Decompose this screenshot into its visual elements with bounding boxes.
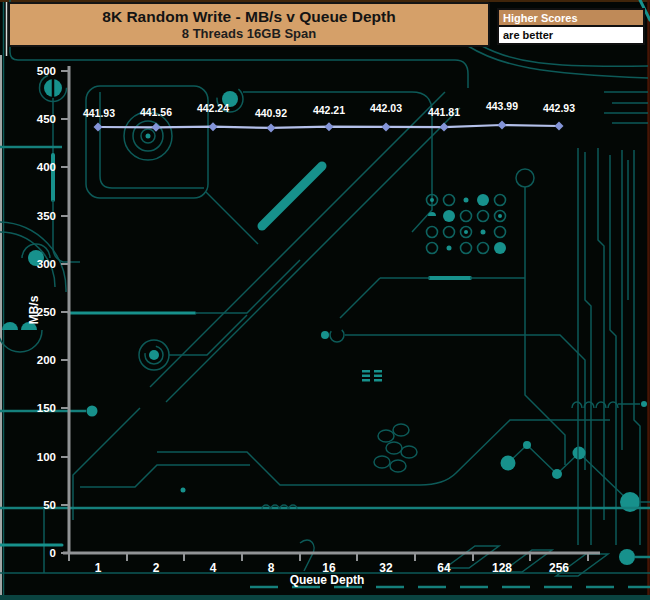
data-label: 441.81 — [428, 106, 460, 118]
data-point-marker — [267, 123, 276, 132]
data-label: 440.92 — [255, 107, 287, 119]
y-tick-label: 150 — [37, 402, 56, 414]
y-tick-label: 200 — [37, 354, 56, 366]
data-label: 442.24 — [197, 102, 229, 114]
data-point-marker — [382, 122, 391, 131]
data-point-marker — [440, 123, 449, 132]
data-label: 441.56 — [140, 106, 172, 118]
legend-higher-scores: Higher Scores — [497, 8, 645, 27]
data-label: 441.93 — [83, 107, 115, 119]
data-point-marker — [209, 122, 218, 131]
data-label: 442.03 — [370, 102, 402, 114]
legend-line1: Higher Scores — [503, 12, 578, 24]
line-chart: 500 450 400 350 300 250 200 150 100 50 0… — [0, 0, 650, 600]
x-tick-label: 8 — [268, 561, 275, 575]
y-tick-label: 450 — [37, 113, 56, 125]
x-axis-title: Queue Depth — [290, 573, 365, 587]
x-tick-label: 2 — [153, 561, 160, 575]
y-tick-label: 500 — [37, 65, 56, 77]
screenshot-root: 500 450 400 350 300 250 200 150 100 50 0… — [0, 0, 650, 600]
y-tick-label: 0 — [50, 547, 56, 559]
data-label: 442.21 — [313, 104, 345, 116]
data-point-marker — [498, 121, 507, 130]
data-labels: 441.93 441.56 442.24 440.92 442.21 442.0… — [83, 100, 575, 119]
x-tick-label: 64 — [437, 561, 451, 575]
legend-line2: are better — [503, 29, 553, 41]
y-tick-label: 100 — [37, 451, 56, 463]
chart-subtitle: 8 Threads 16GB Span — [182, 26, 316, 42]
y-tick-label: 300 — [37, 258, 56, 270]
data-label: 443.99 — [486, 100, 518, 112]
legend-are-better: are better — [497, 27, 645, 45]
x-tick-label: 32 — [379, 561, 393, 575]
y-tick-label: 350 — [37, 210, 56, 222]
x-tick-label: 256 — [549, 561, 569, 575]
x-tick-label: 4 — [210, 561, 217, 575]
x-tick-label: 1 — [95, 561, 102, 575]
data-point-marker — [325, 122, 334, 131]
chart-title: 8K Random Write - MB/s v Queue Depth — [102, 7, 395, 26]
data-point-marker — [555, 122, 564, 131]
data-point-marker — [152, 123, 161, 132]
y-tick-label: 400 — [37, 161, 56, 173]
y-axis-title: MB/s — [27, 295, 41, 324]
data-label: 442.93 — [543, 102, 575, 114]
x-tick-label: 128 — [492, 561, 512, 575]
y-tick-label: 50 — [43, 499, 56, 511]
data-point-marker — [94, 123, 103, 132]
chart-title-box: 8K Random Write - MB/s v Queue Depth 8 T… — [8, 2, 490, 47]
